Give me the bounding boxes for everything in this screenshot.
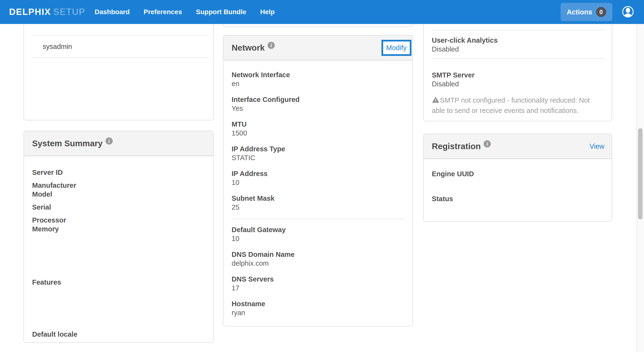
status-field: SMTP Server Disabled xyxy=(432,59,604,88)
brand-secondary: SETUP xyxy=(53,7,85,17)
field-value: Yes xyxy=(232,104,405,113)
user-row-sysadmin[interactable]: sysadmin xyxy=(24,36,213,58)
field-label: User-click Analytics xyxy=(432,36,604,45)
registration-header: Registration i View xyxy=(424,134,612,159)
network-card: Network i Modify Network Interface en In… xyxy=(223,35,413,326)
view-button[interactable]: View xyxy=(590,142,604,150)
divider xyxy=(31,58,208,58)
modify-button[interactable]: Modify xyxy=(382,40,412,56)
network-field: IP Address Type STATIC xyxy=(232,144,405,162)
system-summary-title: System Summary xyxy=(32,138,102,148)
field-value: Disabled xyxy=(432,80,604,88)
system-summary-card: System Summary i Server ID Manufacturer … xyxy=(24,131,214,343)
field-label: Default Gateway xyxy=(232,226,405,234)
smtp-warning-text: SMTP not configured - functionality redu… xyxy=(432,96,590,114)
top-nav: DELPHIX SETUP Dashboard Preferences Supp… xyxy=(0,0,644,24)
nav-item-help[interactable]: Help xyxy=(253,0,282,24)
registration-body: Engine UUID Status xyxy=(424,159,612,203)
field-label: IP Address xyxy=(232,169,405,178)
network-field: MTU 1500 xyxy=(232,120,405,138)
field-label: IP Address Type xyxy=(232,144,405,154)
scrollbar-thumb[interactable] xyxy=(638,128,642,220)
brand-primary: DELPHIX xyxy=(9,7,51,17)
network-body: Network Interface en Interface Configure… xyxy=(224,60,412,317)
nav-menu: Dashboard Preferences Support Bundle Hel… xyxy=(88,0,282,24)
field-label-features: Features xyxy=(32,278,206,287)
field-value: 1500 xyxy=(232,129,405,138)
user-avatar-button[interactable] xyxy=(622,6,634,18)
network-field: DNS Domain Name delphix.com xyxy=(232,250,405,268)
registration-card: Registration i View Engine UUID Status xyxy=(423,134,612,222)
field-value: ryan xyxy=(232,308,405,317)
field-label-processor: Processor xyxy=(32,216,206,225)
field-value: 17 xyxy=(232,284,405,292)
smtp-warning: SMTP not configured - functionality redu… xyxy=(432,96,604,115)
registration-title: Registration xyxy=(432,142,481,151)
field-label: Network Interface xyxy=(232,70,405,79)
network-field: Default Gateway 10 xyxy=(232,226,405,243)
network-field: Network Interface en xyxy=(232,70,405,88)
nav-item-support-bundle[interactable]: Support Bundle xyxy=(189,0,253,24)
system-summary-header: System Summary i xyxy=(24,131,213,156)
field-label: DNS Servers xyxy=(232,275,405,284)
field-value: STATIC xyxy=(232,154,405,162)
field-value: 10 xyxy=(232,234,405,243)
nav-item-preferences[interactable]: Preferences xyxy=(137,0,189,24)
network-header: Network i Modify xyxy=(224,36,412,60)
field-label-manufacturer: Manufacturer xyxy=(32,181,206,190)
field-label: SMTP Server xyxy=(432,71,604,80)
system-summary-body: Server ID Manufacturer Model Serial Proc… xyxy=(24,156,213,339)
actions-button[interactable]: Actions 0 xyxy=(560,3,612,21)
nav-item-dashboard[interactable]: Dashboard xyxy=(88,0,137,24)
field-label-default-locale: Default locale xyxy=(32,330,206,339)
field-value: en xyxy=(232,79,405,88)
field-value: 25 xyxy=(232,203,405,212)
field-label-memory: Memory xyxy=(32,225,206,234)
field-label: Subnet Mask xyxy=(232,194,405,203)
field-label-serial: Serial xyxy=(32,203,206,212)
network-field: Interface Configured Yes xyxy=(232,95,405,113)
field-label: DNS Domain Name xyxy=(232,250,405,259)
warning-icon xyxy=(432,96,440,106)
info-icon[interactable]: i xyxy=(484,140,491,148)
field-label: Interface Configured xyxy=(232,95,405,104)
field-value: 10 xyxy=(232,178,405,187)
field-label-model: Model xyxy=(32,190,206,199)
network-field: DNS Servers 17 xyxy=(232,275,405,292)
status-field: User-click Analytics Disabled xyxy=(432,30,604,58)
page: DELPHIX SETUP Dashboard Preferences Supp… xyxy=(0,0,644,352)
divider xyxy=(232,219,405,219)
field-label-server-id: Server ID xyxy=(32,168,206,177)
field-value: Disabled xyxy=(432,45,604,54)
network-field: IP Address 10 xyxy=(232,169,405,187)
delphix-logo: DELPHIX SETUP xyxy=(9,7,85,17)
field-label: MTU xyxy=(232,120,405,129)
field-label-engine-uuid: Engine UUID xyxy=(432,170,604,178)
network-title: Network xyxy=(232,43,265,52)
info-icon[interactable]: i xyxy=(106,138,113,144)
network-field: Hostname ryan xyxy=(232,300,405,317)
field-label-status: Status xyxy=(432,194,604,203)
field-label: Hostname xyxy=(232,300,405,308)
actions-label: Actions xyxy=(567,8,592,16)
field-value: delphix.com xyxy=(232,259,405,268)
user-avatar-icon xyxy=(622,6,634,18)
info-icon[interactable]: i xyxy=(268,42,275,49)
actions-count-badge: 0 xyxy=(596,7,606,17)
network-field: Subnet Mask 25 xyxy=(232,194,405,212)
